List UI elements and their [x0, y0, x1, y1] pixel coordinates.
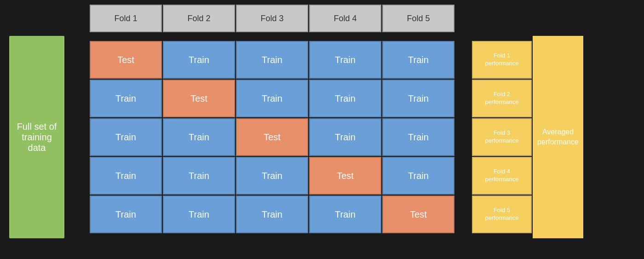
cross-validation-diagram: Fold 1 Fold 2 Fold 3 Fold 4 Fold 5 Full … [0, 0, 644, 259]
fold-header-2: Fold 2 [163, 5, 235, 32]
cell-r2-f2: Test [163, 80, 235, 117]
main-content: Full set of training data Test Train Tra… [9, 36, 583, 238]
cell-r3-f4: Train [309, 118, 381, 156]
cell-r4-f4: Test [309, 157, 381, 195]
fold-headers: Fold 1 Fold 2 Fold 3 Fold 4 Fold 5 [90, 5, 455, 32]
perf-fold-2: Fold 2performance [472, 80, 532, 117]
cell-r5-f3: Train [236, 196, 308, 233]
cell-r5-f4: Train [309, 196, 381, 233]
cell-r4-f1: Train [90, 157, 162, 195]
perf-fold-4: Fold 4performance [472, 157, 532, 195]
cell-r2-f5: Train [382, 80, 454, 117]
full-set-label: Full set of training data [9, 36, 64, 238]
grid-row-3: Train Train Test Train Train [90, 118, 454, 156]
fold-header-5: Fold 5 [382, 5, 454, 32]
cell-r5-f1: Train [90, 196, 162, 233]
cell-r3-f5: Train [382, 118, 454, 156]
fold-header-3: Fold 3 [236, 5, 308, 32]
fold-header-4: Fold 4 [309, 5, 381, 32]
cv-grid: Test Train Train Train Train Train Test … [90, 41, 454, 233]
grid-row-4: Train Train Train Test Train [90, 157, 454, 195]
cell-r4-f2: Train [163, 157, 235, 195]
performance-column: Fold 1performance Fold 2performance Fold… [472, 41, 532, 233]
grid-row-1: Test Train Train Train Train [90, 41, 454, 79]
cell-r3-f3: Test [236, 118, 308, 156]
cell-r1-f5: Train [382, 41, 454, 79]
cell-r3-f2: Train [163, 118, 235, 156]
cell-r4-f3: Train [236, 157, 308, 195]
cell-r1-f2: Train [163, 41, 235, 79]
perf-fold-3: Fold 3performance [472, 118, 532, 156]
averaged-performance-label: Averagedperformance [533, 36, 583, 238]
cell-r5-f5: Test [382, 196, 454, 233]
cell-r3-f1: Train [90, 118, 162, 156]
cell-r2-f4: Train [309, 80, 381, 117]
cell-r2-f1: Train [90, 80, 162, 117]
grid-row-2: Train Test Train Train Train [90, 80, 454, 117]
cell-r5-f2: Train [163, 196, 235, 233]
right-section: Fold 1performance Fold 2performance Fold… [463, 36, 583, 238]
cell-r1-f3: Train [236, 41, 308, 79]
perf-fold-1: Fold 1performance [472, 41, 532, 79]
cell-r4-f5: Train [382, 157, 454, 195]
perf-fold-5: Fold 5performance [472, 196, 532, 233]
cell-r1-f1: Test [90, 41, 162, 79]
fold-header-1: Fold 1 [90, 5, 162, 32]
cell-r2-f3: Train [236, 80, 308, 117]
cell-r1-f4: Train [309, 41, 381, 79]
grid-row-5: Train Train Train Train Test [90, 196, 454, 233]
